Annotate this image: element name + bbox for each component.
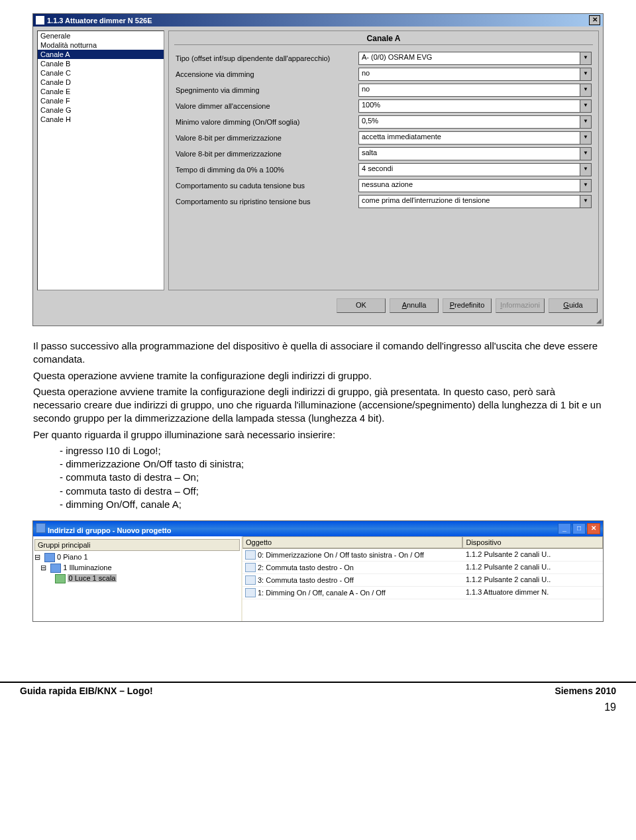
tree-label: 0 Piano 1 [57,553,87,561]
tree-panel: Gruppi principali ⊟ 0 Piano 1 ⊟ 1 Illumi… [33,536,242,621]
combo-value: come prima dell'interruzione di tensione [359,196,580,208]
list-item[interactable]: Generale [38,31,164,40]
table-row[interactable]: 2: Commuta tasto destro - On 1.1.2 Pulsa… [242,562,603,574]
page-number: 19 [0,701,636,727]
list-item[interactable]: Canale F [38,96,164,105]
param-label: Valore dimmer all'accensione [176,102,354,110]
dialog-title: 1.1.3 Attuatore dimmer N 526E [47,17,152,25]
chevron-down-icon[interactable]: ▼ [580,196,591,208]
list-item: dimming On/Off, canale A; [60,498,603,511]
list-item[interactable]: Canale D [38,78,164,87]
col-header[interactable]: Dispositivo [462,536,603,548]
param-combo[interactable]: accetta immediatamente▼ [358,131,592,145]
param-combo[interactable]: no▼ [358,68,592,81]
chevron-down-icon[interactable]: ▼ [580,116,591,128]
list-item[interactable]: Canale H [38,115,164,124]
resize-grip-icon[interactable]: ◢ [33,317,603,326]
window-titlebar: Indirizzi di gruppo - Nuovo progetto _ □… [33,521,603,536]
close-icon[interactable]: ✕ [589,15,600,25]
param-combo[interactable]: A- (0/0) OSRAM EVG▼ [358,52,592,65]
object-icon [245,563,256,572]
window-icon [36,523,46,533]
chevron-down-icon[interactable]: ▼ [580,164,591,176]
paragraph: Per quanto riguarda il gruppo illuminazi… [33,428,603,442]
param-combo[interactable]: 4 secondi▼ [358,163,592,176]
paragraph: Questa operazione avviene tramite la con… [33,369,603,383]
paragraph: Questa operazione avviene tramite la con… [33,385,603,426]
combo-value: A- (0/0) OSRAM EVG [359,52,580,64]
list-item: commuta tasto di destra – On; [60,471,603,484]
tree-item[interactable]: ⊟ 0 Piano 1 [34,552,240,563]
chevron-down-icon[interactable]: ▼ [580,68,591,80]
default-button[interactable]: Predefinito [443,298,492,313]
param-combo[interactable]: nessuna azione▼ [358,179,592,192]
list-item[interactable]: Canale A [38,50,164,59]
tree-header: Gruppi principali [34,539,240,551]
param-combo[interactable]: no▼ [358,84,592,97]
list-item: dimmerizzazione On/Off tasto di sinistra… [60,457,603,471]
list-item[interactable]: Canale C [38,68,164,78]
param-row: Valore dimmer all'accensione 100%▼ [169,98,598,114]
properties-dialog: 1.1.3 Attuatore dimmer N 526E ✕ Generale… [32,13,604,326]
table-row[interactable]: 3: Commuta tasto destro - Off 1.1.2 Puls… [242,574,603,587]
param-label: Valore 8-bit per dimmerizzazione [176,134,354,142]
list-item[interactable]: Canale B [38,59,164,68]
cell: 1.1.3 Attuatore dimmer N. [463,587,603,599]
list-item[interactable]: Canale E [38,87,164,96]
cell: 1.1.2 Pulsante 2 canali U.. [463,549,603,561]
list-item: ingresso I10 di Logo!; [60,444,603,457]
category-list[interactable]: Generale Modalità notturna Canale A Cana… [37,30,164,290]
footer-right: Siemens 2010 [555,686,616,696]
cell: 0: Dimmerizzazione On / Off tasto sinist… [258,551,424,559]
param-row: Comportamento su caduta tensione bus nes… [169,178,598,194]
cell: 1.1.2 Pulsante 2 canali U.. [463,562,603,573]
param-row: Minimo valore dimming (On/Off soglia) 0,… [169,114,598,130]
group-title: Canale A [169,31,598,44]
tree-item[interactable]: ⊟ 1 Illuminazione [34,563,240,573]
chevron-down-icon[interactable]: ▼ [580,52,591,64]
cancel-button[interactable]: Annulla [390,298,439,313]
param-row: Tipo (offset inf/sup dipendente dall'app… [169,50,598,66]
window-title: Indirizzi di gruppo - Nuovo progetto [48,526,171,534]
tree-item[interactable]: 0 Luce 1 scala [34,573,240,584]
param-row: Valore 8-bit per dimmerizzazione salta▼ [169,146,598,162]
list-item[interactable]: Canale G [38,105,164,115]
param-label: Comportamento su ripristino tensione bus [176,198,354,206]
param-row: Comportamento su ripristino tensione bus… [169,194,598,210]
combo-value: 100% [359,100,580,112]
combo-value: 4 secondi [359,164,580,176]
help-button[interactable]: Guida [549,298,598,313]
cell: 3: Commuta tasto destro - Off [258,576,354,584]
col-header[interactable]: Oggetto [242,536,462,548]
list-item[interactable]: Modalità notturna [38,40,164,50]
param-label: Accensione via dimming [176,70,354,78]
param-label: Tipo (offset inf/sup dipendente dall'app… [176,54,354,62]
tree-label: 0 Luce 1 scala [68,574,117,582]
dialog-titlebar: 1.1.3 Attuatore dimmer N 526E ✕ [33,14,603,27]
param-combo[interactable]: come prima dell'interruzione di tensione… [358,195,592,208]
minimize-icon[interactable]: _ [558,523,571,534]
group-icon [50,564,61,573]
footer-left: Guida rapida EIB/KNX – Logo! [20,686,153,696]
table-header: Oggetto Dispositivo [242,536,603,549]
chevron-down-icon[interactable]: ▼ [580,100,591,112]
ok-button[interactable]: OK [337,298,386,313]
close-icon[interactable]: ✕ [587,523,600,534]
info-button: Informazioni [496,298,545,313]
chevron-down-icon[interactable]: ▼ [580,132,591,144]
param-combo[interactable]: 100%▼ [358,99,592,113]
object-icon [245,575,256,585]
object-icon [245,550,256,560]
cell: 1.1.2 Pulsante 2 canali U.. [463,574,603,586]
table-row[interactable]: 0: Dimmerizzazione On / Off tasto sinist… [242,549,603,562]
parameters-pane: Canale A Tipo (offset inf/sup dipendente… [168,30,599,290]
table-row[interactable]: 1: Dimming On / Off, canale A - On / Off… [242,587,603,599]
combo-value: salta [359,148,580,160]
chevron-down-icon[interactable]: ▼ [580,148,591,160]
param-combo[interactable]: 0,5%▼ [358,115,592,129]
bullet-list: ingresso I10 di Logo!; dimmerizzazione O… [60,444,603,511]
maximize-icon[interactable]: □ [572,523,586,534]
chevron-down-icon[interactable]: ▼ [580,180,591,192]
chevron-down-icon[interactable]: ▼ [580,84,591,96]
param-combo[interactable]: salta▼ [358,147,592,160]
